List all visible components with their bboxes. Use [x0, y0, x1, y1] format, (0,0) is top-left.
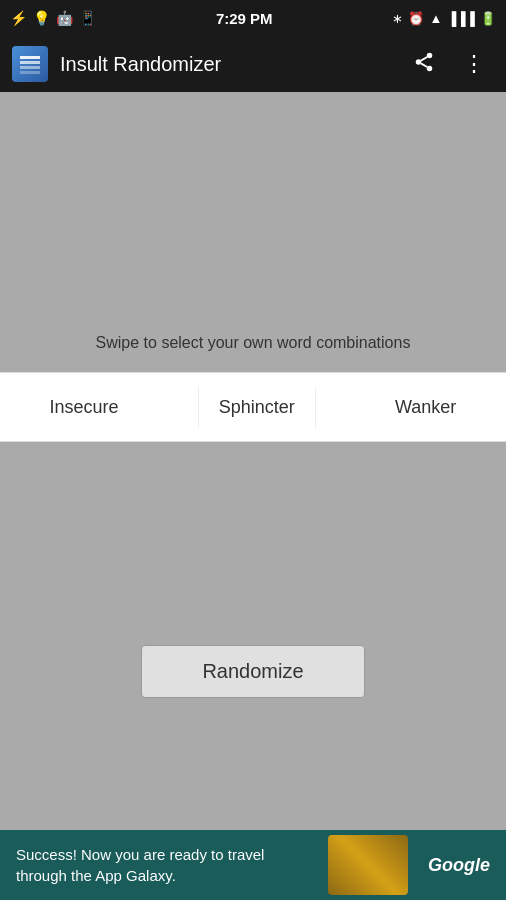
share-button[interactable]	[405, 43, 443, 86]
randomize-button[interactable]: Randomize	[141, 645, 364, 698]
svg-rect-1	[20, 61, 40, 64]
svg-rect-0	[20, 56, 40, 59]
more-options-button[interactable]: ⋮	[455, 43, 494, 85]
light-icon: 💡	[33, 10, 50, 26]
usb-icon: ⚡	[10, 10, 27, 26]
phone-icon: 📱	[79, 10, 96, 26]
banner-text: Success! Now you are ready to travel thr…	[16, 844, 318, 886]
svg-point-4	[427, 52, 433, 58]
svg-rect-3	[20, 71, 40, 74]
svg-line-8	[421, 56, 427, 60]
battery-icon: 🔋	[480, 11, 496, 26]
word-item-2[interactable]: Sphincter	[198, 387, 316, 428]
word-item-1[interactable]: Insecure	[30, 387, 139, 428]
status-time: 7:29 PM	[216, 10, 273, 27]
bottom-banner: Success! Now you are ready to travel thr…	[0, 830, 506, 900]
bluetooth-icon: ∗	[392, 11, 403, 26]
main-content: Swipe to select your own word combinatio…	[0, 92, 506, 900]
svg-rect-2	[20, 66, 40, 69]
word-selector: Insecure Sphincter Wanker	[0, 372, 506, 442]
wifi-icon: ▲	[429, 11, 442, 26]
alarm-icon: ⏰	[408, 11, 424, 26]
bottom-area: Randomize Success! Now you are ready to …	[0, 442, 506, 900]
robot-icon: 🤖	[56, 10, 73, 26]
svg-line-7	[421, 63, 427, 67]
status-left-icons: ⚡ 💡 🤖 📱	[10, 10, 96, 26]
word-item-3[interactable]: Wanker	[375, 387, 476, 428]
app-icon	[12, 46, 48, 82]
top-gray-area: Swipe to select your own word combinatio…	[0, 92, 506, 372]
google-logo: Google	[428, 855, 490, 876]
app-bar: Insult Randomizer ⋮	[0, 36, 506, 92]
app-title: Insult Randomizer	[60, 53, 393, 76]
svg-point-6	[427, 65, 433, 71]
status-right-icons: ∗ ⏰ ▲ ▐▐▐ 🔋	[392, 11, 496, 26]
status-bar: ⚡ 💡 🤖 📱 7:29 PM ∗ ⏰ ▲ ▐▐▐ 🔋	[0, 0, 506, 36]
swipe-hint: Swipe to select your own word combinatio…	[76, 334, 431, 352]
svg-point-5	[416, 59, 422, 65]
banner-image	[328, 835, 408, 895]
signal-icon: ▐▐▐	[447, 11, 475, 26]
